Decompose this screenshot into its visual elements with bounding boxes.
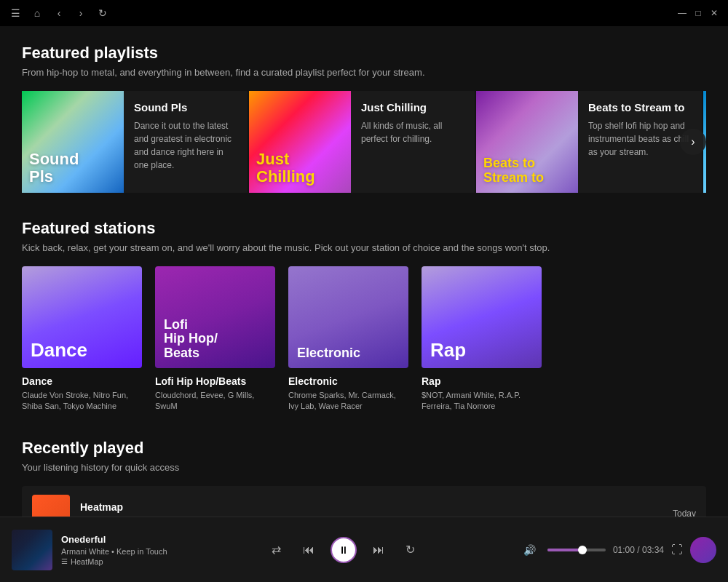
player-bar: Onederful Armani White • Keep in Touch ☰…: [0, 517, 728, 582]
user-avatar[interactable]: [690, 537, 716, 563]
station-artists-electronic: Chrome Sparks, Mr. Carmack, Ivy Lab, Wav…: [288, 390, 408, 412]
next-button[interactable]: ⏭: [368, 540, 389, 560]
menu-icon[interactable]: ☰: [9, 7, 22, 20]
recent-item-heatmap[interactable]: Heatmap Playlist • artist 2 / artist 2 /…: [22, 486, 706, 517]
station-name-rap: Rap: [422, 375, 542, 387]
playlist-thumb-label-just-chilling: JustChilling: [256, 151, 315, 186]
playlist-name-sound-pls: Sound Pls: [134, 101, 237, 113]
main-content: Featured playlists From hip-hop to metal…: [0, 26, 728, 517]
carousel-next-button[interactable]: ›: [680, 129, 706, 155]
volume-fill: [547, 549, 582, 551]
station-thumb-rap: Rap: [422, 266, 542, 368]
featured-playlists-title: Featured playlists: [22, 44, 706, 63]
station-thumb-electronic: Electronic: [288, 266, 408, 368]
recent-thumb-heatmap: [32, 495, 70, 517]
station-label-lofi: LofiHip Hop/Beats: [164, 318, 218, 361]
recent-time-heatmap: Today: [673, 509, 696, 517]
player-track-artist: Armani White • Keep in Touch: [61, 547, 167, 556]
player-track-info: Onederful Armani White • Keep in Touch ☰…: [61, 534, 167, 566]
player-controls: ⇄ ⏮ ⏸ ⏭ ↻: [176, 537, 511, 563]
back-icon[interactable]: ‹: [52, 7, 66, 20]
recent-name-heatmap: Heatmap: [80, 501, 662, 513]
station-name-lofi: Lofi Hip Hop/Beats: [155, 375, 275, 387]
playlist-card-just-chilling[interactable]: JustChilling Just Chilling All kinds of …: [249, 91, 475, 193]
station-artists-dance: Claude Von Stroke, Nitro Fun, Shiba San,…: [22, 390, 142, 412]
playlist-name-just-chilling: Just Chilling: [361, 101, 464, 113]
fullscreen-button[interactable]: ⛶: [671, 543, 683, 557]
repeat-button[interactable]: ↻: [400, 540, 421, 560]
station-label-rap: Rap: [430, 340, 466, 361]
player-track-name: Onederful: [61, 534, 167, 545]
titlebar-right: — □ ✕: [677, 8, 719, 18]
recently-played-title: Recently played: [22, 439, 706, 458]
station-card-lofi[interactable]: LofiHip Hop/Beats Lofi Hip Hop/Beats Clo…: [155, 266, 275, 412]
featured-stations-section: Featured stations Kick back, relax, get …: [22, 219, 706, 412]
home-icon[interactable]: ⌂: [31, 7, 44, 20]
player-heatmap-label[interactable]: ☰ HeatMap: [61, 557, 167, 566]
station-card-electronic[interactable]: Electronic Electronic Chrome Sparks, Mr.…: [288, 266, 408, 412]
titlebar-left: ☰ ⌂ ‹ › ↻: [9, 7, 109, 20]
volume-slider[interactable]: [547, 549, 606, 551]
station-name-electronic: Electronic: [288, 375, 408, 387]
player-album-image: [12, 530, 52, 570]
volume-slider-container[interactable]: [547, 549, 606, 551]
playlist-info-just-chilling: Just Chilling All kinds of music, all pe…: [351, 91, 475, 193]
station-label-dance: Dance: [31, 340, 87, 361]
recently-played-section: Recently played Your listening history f…: [22, 439, 706, 517]
shuffle-button[interactable]: ⇄: [266, 540, 287, 560]
playlist-thumb-label-beats-to-stream: Beats toStream to: [483, 156, 544, 186]
close-button[interactable]: ✕: [709, 8, 719, 18]
refresh-icon[interactable]: ↻: [96, 7, 109, 20]
station-thumb-lofi: LofiHip Hop/Beats: [155, 266, 275, 368]
player-album-art: [12, 530, 52, 570]
heatmap-text: HeatMap: [71, 557, 103, 566]
station-card-dance[interactable]: Dance Dance Claude Von Stroke, Nitro Fun…: [22, 266, 142, 412]
station-artists-rap: $NOT, Armani White, R.A.P. Ferreira, Tia…: [422, 390, 542, 412]
time-display: 01:00 / 03:34: [613, 545, 664, 555]
player-right-controls: 🔊 01:00 / 03:34 ⛶: [520, 537, 716, 563]
playlist-thumb-just-chilling: JustChilling: [249, 91, 351, 193]
station-label-electronic: Electronic: [297, 346, 360, 361]
recent-info-heatmap: Heatmap Playlist • artist 2 / artist 2 /…: [80, 501, 662, 517]
heatmap-icon: ☰: [61, 557, 68, 565]
volume-icon[interactable]: 🔊: [520, 540, 540, 560]
featured-playlists-subtitle: From hip-hop to metal, and everything in…: [22, 67, 706, 78]
station-name-dance: Dance: [22, 375, 142, 387]
maximize-button[interactable]: □: [693, 8, 703, 18]
playlist-desc-beats-to-stream: Top shelf lofi hip hop and instrumental …: [588, 119, 692, 159]
playlist-thumb-label-sound-pls: SoundPls: [29, 151, 79, 186]
minimize-button[interactable]: —: [677, 8, 687, 18]
playlists-carousel: SoundPls Sound Pls Dance it out to the l…: [22, 91, 706, 193]
forward-icon[interactable]: ›: [74, 7, 87, 20]
station-artists-lofi: Cloudchord, Eevee, G Mills, SwuM: [155, 390, 275, 412]
previous-button[interactable]: ⏮: [298, 540, 319, 560]
station-card-rap[interactable]: Rap Rap $NOT, Armani White, R.A.P. Ferre…: [422, 266, 542, 412]
playlist-card-beats-to-stream[interactable]: Beats toStream to Beats to Stream to Top…: [476, 91, 702, 193]
featured-stations-title: Featured stations: [22, 219, 706, 238]
featured-stations-subtitle: Kick back, relax, get your stream on, an…: [22, 242, 706, 253]
playlist-thumb-sound-pls: SoundPls: [22, 91, 124, 193]
play-pause-button[interactable]: ⏸: [331, 537, 357, 563]
playlist-thumb-beats-to-stream: Beats toStream to: [476, 91, 578, 193]
station-thumb-dance: Dance: [22, 266, 142, 368]
titlebar: ☰ ⌂ ‹ › ↻ — □ ✕: [0, 0, 728, 26]
playlist-info-sound-pls: Sound Pls Dance it out to the latest and…: [124, 91, 248, 193]
stations-grid: Dance Dance Claude Von Stroke, Nitro Fun…: [22, 266, 706, 412]
featured-playlists-section: Featured playlists From hip-hop to metal…: [22, 44, 706, 193]
playlist-desc-just-chilling: All kinds of music, all perfect for chil…: [361, 119, 464, 146]
recently-played-subtitle: Your listening history for quick access: [22, 462, 706, 473]
playlist-desc-sound-pls: Dance it out to the latest and greatest …: [134, 119, 237, 172]
playlist-card-sound-pls[interactable]: SoundPls Sound Pls Dance it out to the l…: [22, 91, 248, 193]
volume-knob[interactable]: [578, 546, 587, 554]
playlist-name-beats-to-stream: Beats to Stream to: [588, 101, 692, 113]
